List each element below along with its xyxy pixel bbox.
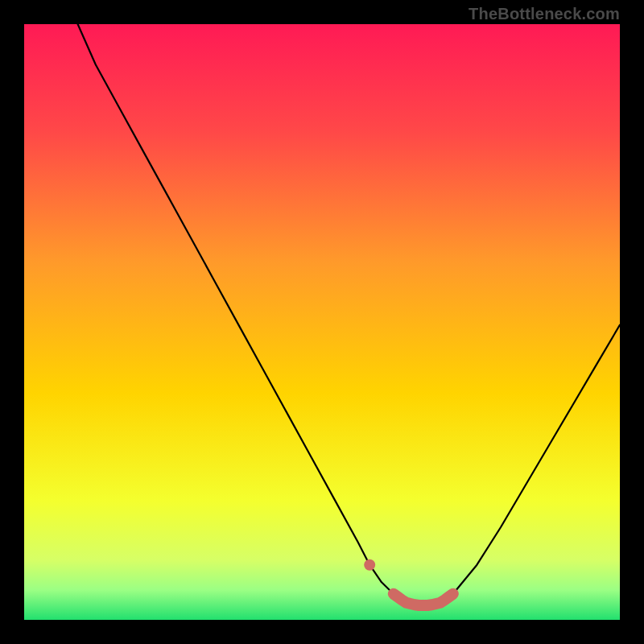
svg-point-1 [364, 559, 375, 571]
plot-area [24, 24, 620, 620]
bottleneck-curve [24, 24, 620, 620]
watermark-text: TheBottleneck.com [469, 5, 620, 23]
chart-frame: TheBottleneck.com [0, 0, 644, 644]
